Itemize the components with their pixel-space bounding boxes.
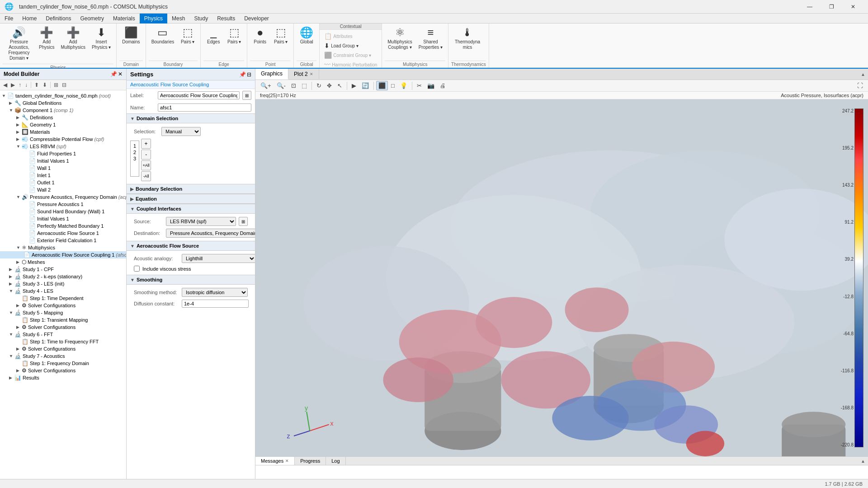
mb-move-up-btn[interactable]: ⬆ <box>33 81 40 89</box>
domain-remove-btn[interactable]: - <box>141 150 151 160</box>
mb-expand-btn[interactable]: ⊞ <box>52 81 60 89</box>
zoom-extent-btn[interactable]: ⊡ <box>289 81 298 90</box>
tab-log[interactable]: Log <box>326 457 345 465</box>
minimize-btn[interactable]: — <box>799 0 820 14</box>
global-defs-toggle[interactable]: ▶ <box>9 101 14 105</box>
mb-collapse-btn[interactable]: ⊟ <box>61 81 68 89</box>
root-toggle[interactable]: ▼ <box>2 94 7 98</box>
ribbon-btn-harmonic[interactable]: 〰 Harmonic Perturbation <box>322 60 379 69</box>
study2-toggle[interactable]: ▶ <box>9 274 14 279</box>
solver-conf3-toggle[interactable]: ▶ <box>16 347 22 351</box>
menu-definitions[interactable]: Definitions <box>41 14 75 23</box>
tab-plot2-close[interactable]: ✕ <box>310 72 313 76</box>
ribbon-btn-add-multiphysics[interactable]: ➕ AddMultiphysics <box>58 25 88 52</box>
tree-cpf[interactable]: ▶ 💨 Compressible Potential Flow (cpf) <box>0 136 126 143</box>
close-btn[interactable]: ✕ <box>843 0 863 14</box>
domain-item-2[interactable]: 2 <box>132 149 137 155</box>
meshes-toggle[interactable]: ▶ <box>16 260 22 264</box>
tab-progress[interactable]: Progress <box>295 457 326 465</box>
mb-up-btn[interactable]: ↑ <box>17 81 23 89</box>
domain-add-btn[interactable]: + <box>141 139 151 149</box>
cpf-toggle[interactable]: ▶ <box>16 137 22 141</box>
menu-developer[interactable]: Developer <box>240 14 274 23</box>
ribbon-btn-boundaries[interactable]: ▭ Boundaries <box>149 25 177 47</box>
ribbon-btn-pairs-boundary[interactable]: ⬚ Pairs ▾ <box>178 25 198 47</box>
viscous-stress-checkbox[interactable] <box>134 266 140 272</box>
tree-study5[interactable]: ▼ 🔬 Study 5 - Mapping <box>0 309 126 316</box>
label-input[interactable] <box>158 91 240 99</box>
mb-forward-btn[interactable]: ▶ <box>9 81 16 89</box>
rotate-btn[interactable]: ↻ <box>314 81 324 90</box>
tabs-expand-btn[interactable]: ▲ <box>858 71 868 78</box>
tree-afsc1[interactable]: 📄 Aeroacoustic Flow Source Coupling 1 (a… <box>0 251 126 258</box>
tree-step-transient[interactable]: 📋 Step 1: Transient Mapping <box>0 316 126 324</box>
ribbon-btn-shared-properties[interactable]: ≡ SharedProperties ▾ <box>416 25 445 52</box>
tree-study1[interactable]: ▶ 🔬 Study 1 - CPF <box>0 266 126 273</box>
tree-les-rbvm[interactable]: ▼ 💨 LES RBVM (spf) <box>0 143 126 150</box>
tree-definitions[interactable]: ▶ 🔧 Definitions <box>0 114 126 121</box>
study4-toggle[interactable]: ▼ <box>9 289 14 293</box>
label-icon-btn[interactable]: ⊞ <box>242 91 251 100</box>
les-rbvm-toggle[interactable]: ▼ <box>16 144 22 149</box>
maximize-btn[interactable]: ❐ <box>821 0 842 14</box>
expand-graphics-btn[interactable]: ⛶ <box>855 81 865 90</box>
menu-mesh[interactable]: Mesh <box>167 14 189 23</box>
graphics-viewport[interactable]: x y z 247.2 195.2 143.2 91.2 39.2 -12.8 <box>255 99 868 456</box>
diffusion-input[interactable] <box>182 300 249 308</box>
menu-home[interactable]: Home <box>18 14 41 23</box>
tree-pa1[interactable]: 📄 Pressure Acoustics 1 <box>0 201 126 208</box>
study5-toggle[interactable]: ▼ <box>9 310 14 315</box>
domain-add-all-btn[interactable]: +All <box>141 160 151 170</box>
print-btn[interactable]: 🖨 <box>438 81 448 90</box>
coupled-interfaces-header[interactable]: ▼ Coupled Interfaces <box>127 204 255 214</box>
tree-initial-vals1[interactable]: 📄 Initial Values 1 <box>0 157 126 164</box>
solver-conf1-toggle[interactable]: ▶ <box>16 303 22 308</box>
tree-pmb1[interactable]: 📄 Perfectly Matched Boundary 1 <box>0 222 126 230</box>
definitions-toggle[interactable]: ▶ <box>16 115 22 120</box>
geometry-toggle[interactable]: ▶ <box>16 122 22 127</box>
study6-toggle[interactable]: ▼ <box>9 332 14 337</box>
selection-dropdown[interactable]: Manual All domains <box>161 127 201 136</box>
tree-geometry[interactable]: ▶ 📐 Geometry 1 <box>0 121 126 128</box>
study3-toggle[interactable]: ▶ <box>9 282 14 286</box>
ribbon-btn-pairs-point[interactable]: ⬚ Pairs ▾ <box>271 25 291 47</box>
model-builder-pin-btn[interactable]: 📌 <box>110 71 117 77</box>
tree-materials[interactable]: ▶ 🔲 Materials <box>0 128 126 136</box>
zoom-out-btn[interactable]: 🔍- <box>274 81 288 90</box>
smoothing-header[interactable]: ▼ Smoothing <box>127 275 255 285</box>
source-dropdown[interactable]: LES RBVM (spf) <box>166 217 236 226</box>
tree-study3[interactable]: ▶ 🔬 Study 3 - LES (init) <box>0 280 126 287</box>
settings-collapse-btn[interactable]: ⊟ <box>247 71 251 78</box>
mb-back-btn[interactable]: ◀ <box>2 81 9 89</box>
tab-messages[interactable]: Messages ✕ <box>255 457 295 465</box>
menu-file[interactable]: File <box>0 14 18 23</box>
pa-freq-toggle[interactable]: ▼ <box>16 195 22 199</box>
window-controls[interactable]: — ❐ ✕ <box>799 0 863 14</box>
tree-step-time-dep[interactable]: 📋 Step 1: Time Dependent <box>0 295 126 302</box>
tree-meshes[interactable]: ▶ ⬡ Meshes <box>0 258 126 266</box>
tree-results[interactable]: ▶ 📊 Results <box>0 374 126 381</box>
clip-btn[interactable]: ✂ <box>415 81 424 90</box>
tree-study4[interactable]: ▼ 🔬 Study 4 - LES <box>0 287 126 295</box>
tree-study2[interactable]: ▶ 🔬 Study 2 - k-eps (stationary) <box>0 273 126 280</box>
tree-iv1[interactable]: 📄 Initial Values 1 <box>0 215 126 222</box>
comp1-toggle[interactable]: ▼ <box>9 108 14 113</box>
tree-comp1[interactable]: ▼ 📦 Component 1 (comp 1) <box>0 107 126 114</box>
ribbon-btn-global[interactable]: 🌐 Global <box>297 25 316 47</box>
tree-afs1[interactable]: 📄 Aeroacoustic Flow Source 1 <box>0 230 126 237</box>
menu-geometry[interactable]: Geometry <box>75 14 108 23</box>
domain-selection-header[interactable]: ▼ Domain Selection <box>127 113 255 123</box>
solver-conf2-toggle[interactable]: ▶ <box>16 325 22 329</box>
ribbon-btn-constraint-group[interactable]: ⬛ Constraint Group ▾ <box>322 51 379 60</box>
multiphysics-toggle[interactable]: ▼ <box>16 245 22 250</box>
boundary-selection-header[interactable]: ▶ Boundary Selection <box>127 184 255 194</box>
tree-root[interactable]: ▼ 📄 tandem_cylinder_flow_noise_60.mph (r… <box>0 92 126 99</box>
tab-graphics[interactable]: Graphics <box>255 69 288 80</box>
ribbon-btn-load-group[interactable]: ⬇ Load Group ▾ <box>322 41 379 50</box>
name-input[interactable] <box>158 103 251 112</box>
ribbon-btn-points[interactable]: ● Points <box>250 25 270 47</box>
ribbon-btn-multiphysics-couplings[interactable]: ⚛ MultiphysicsCouplings ▾ <box>385 25 415 52</box>
results-toggle[interactable]: ▶ <box>9 375 14 380</box>
ribbon-btn-pairs-edge[interactable]: ⬚ Pairs ▾ <box>224 25 244 47</box>
tree-solver-conf1[interactable]: ▶ ⚙ Solver Configurations <box>0 302 126 309</box>
